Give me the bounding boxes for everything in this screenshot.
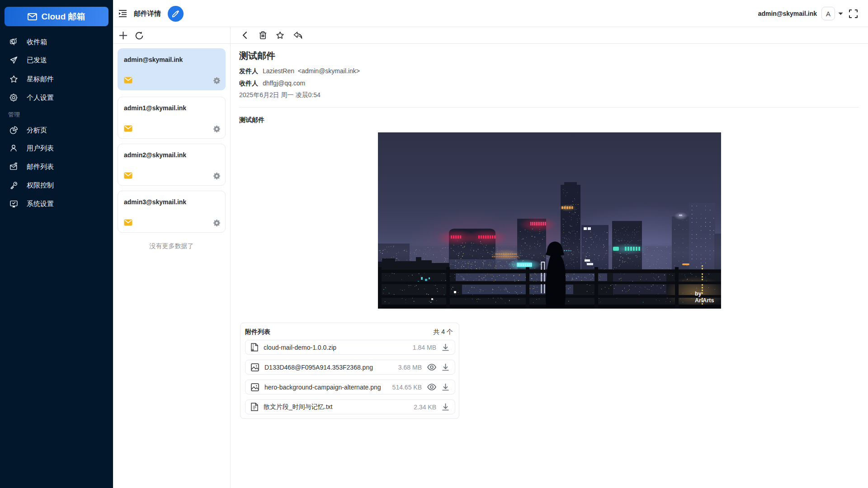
svg-text:by: by bbox=[695, 291, 702, 297]
svg-text:AriArts: AriArts bbox=[695, 297, 714, 304]
